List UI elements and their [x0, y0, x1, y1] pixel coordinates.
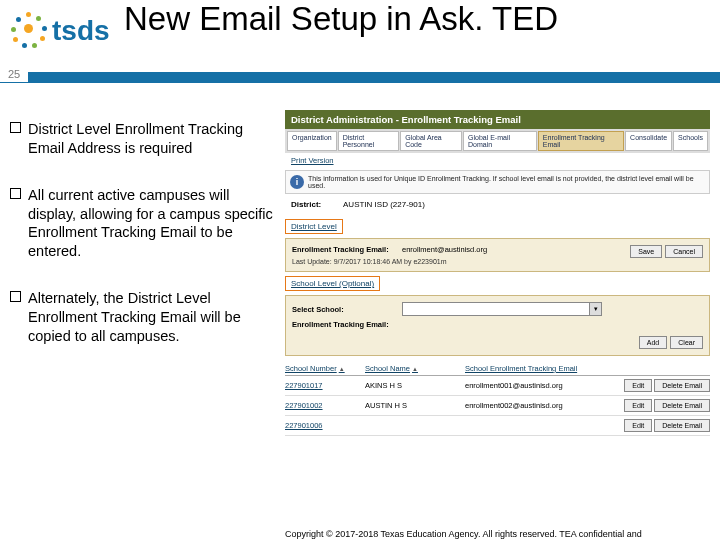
info-banner: i This information is used for Unique ID… [285, 170, 710, 194]
district-level-section: District Level [285, 219, 343, 234]
cell-school-name: AUSTIN H S [365, 401, 465, 410]
bullet-item: All current active campuses will display… [10, 186, 280, 261]
tab-global-email-domain[interactable]: Global E-mail Domain [463, 131, 537, 151]
info-text: This information is used for Unique ID E… [308, 175, 705, 189]
cell-email: enrollment001@austinisd.org [465, 381, 615, 390]
slide-title: New Email Setup in Ask. TED [124, 0, 558, 38]
copyright-footer: Copyright © 2017-2018 Texas Education Ag… [285, 529, 710, 540]
app-screenshot: District Administration - Enrollment Tra… [285, 110, 710, 436]
slide-number: 25 [0, 66, 28, 82]
tab-organization[interactable]: Organization [287, 131, 337, 151]
delete-email-button[interactable]: Delete Email [654, 379, 710, 392]
print-version-link[interactable]: Print Version [285, 153, 710, 168]
tab-enrollment-tracking-email[interactable]: Enrollment Tracking Email [538, 131, 624, 151]
school-table: School Number▲ School Name▲ School Enrol… [285, 364, 710, 436]
email-label: Enrollment Tracking Email: [292, 245, 402, 254]
delete-email-button[interactable]: Delete Email [654, 399, 710, 412]
delete-email-button[interactable]: Delete Email [654, 419, 710, 432]
tab-global-area-code[interactable]: Global Area Code [400, 131, 462, 151]
bullet-item: Alternately, the District Level Enrollme… [10, 289, 280, 346]
cell-email: enrollment002@austinisd.org [465, 401, 615, 410]
cell-school-name: AKINS H S [365, 381, 465, 390]
district-form: Enrollment Tracking Email: enrollment@au… [285, 238, 710, 272]
col-school-number[interactable]: School Number▲ [285, 364, 365, 373]
school-email-label: Enrollment Tracking Email: [292, 320, 402, 329]
bullet-text: Alternately, the District Level Enrollme… [28, 289, 280, 346]
tab-consolidate[interactable]: Consolidate [625, 131, 672, 151]
sort-icon: ▲ [412, 366, 418, 372]
logo-dots-icon [10, 12, 48, 50]
sort-icon: ▲ [339, 366, 345, 372]
district-value: AUSTIN ISD (227-901) [343, 200, 425, 209]
edit-button[interactable]: Edit [624, 399, 652, 412]
logo: tsds [10, 12, 110, 50]
cell-school-number[interactable]: 227901006 [285, 421, 365, 430]
clear-button[interactable]: Clear [670, 336, 703, 349]
school-select[interactable]: ▾ [402, 302, 602, 316]
last-update-text: Last Update: 9/7/2017 10:18:46 AM by e22… [292, 258, 703, 265]
bullet-text: District Level Enrollment Tracking Email… [28, 120, 280, 158]
info-icon: i [290, 175, 304, 189]
bullet-marker-icon [10, 188, 21, 199]
district-header: District: AUSTIN ISD (227-901) [285, 194, 710, 215]
table-row: 227901017 AKINS H S enrollment001@austin… [285, 376, 710, 396]
table-row: 227901002 AUSTIN H S enrollment002@austi… [285, 396, 710, 416]
cell-school-number[interactable]: 227901002 [285, 401, 365, 410]
edit-button[interactable]: Edit [624, 379, 652, 392]
col-tracking-email[interactable]: School Enrollment Tracking Email [465, 364, 615, 373]
tab-bar: Organization District Personnel Global A… [285, 129, 710, 153]
tab-district-personnel[interactable]: District Personnel [338, 131, 399, 151]
school-level-section: School Level (Optional) [285, 276, 380, 291]
school-form: Select School: ▾ Enrollment Tracking Ema… [285, 295, 710, 356]
select-school-label: Select School: [292, 305, 402, 314]
col-school-name[interactable]: School Name▲ [365, 364, 465, 373]
cell-school-number[interactable]: 227901017 [285, 381, 365, 390]
bullet-list: District Level Enrollment Tracking Email… [10, 120, 280, 374]
bullet-marker-icon [10, 291, 21, 302]
window-title: District Administration - Enrollment Tra… [285, 110, 710, 129]
bullet-item: District Level Enrollment Tracking Email… [10, 120, 280, 158]
district-label: District: [291, 200, 321, 209]
table-row: 227901006 Edit Delete Email [285, 416, 710, 436]
logo-text: tsds [52, 15, 110, 47]
edit-button[interactable]: Edit [624, 419, 652, 432]
chevron-down-icon: ▾ [589, 303, 601, 315]
cancel-button[interactable]: Cancel [665, 245, 703, 258]
table-header: School Number▲ School Name▲ School Enrol… [285, 364, 710, 376]
add-button[interactable]: Add [639, 336, 667, 349]
email-value: enrollment@austinisd.org [402, 245, 487, 254]
tab-schools[interactable]: Schools [673, 131, 708, 151]
accent-bar [0, 72, 720, 83]
save-button[interactable]: Save [630, 245, 662, 258]
bullet-marker-icon [10, 122, 21, 133]
bullet-text: All current active campuses will display… [28, 186, 280, 261]
